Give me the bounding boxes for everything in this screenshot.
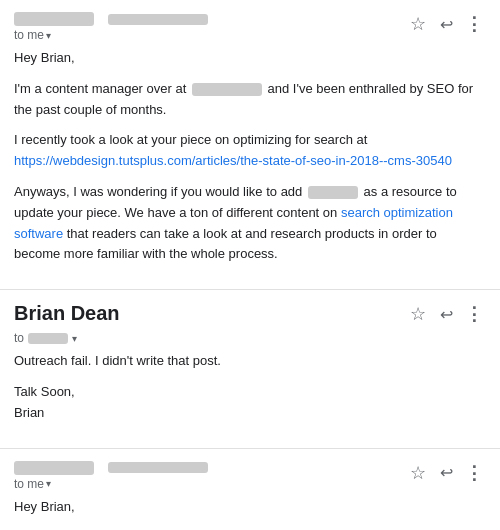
star-button-1[interactable]: ☆	[406, 12, 430, 36]
email-header-3: to me ▾ ☆ ↩ ⋮	[14, 461, 486, 491]
chevron-icon-1[interactable]: ▾	[46, 30, 51, 41]
header-actions-2: ☆ ↩ ⋮	[406, 302, 486, 326]
email-body-1: Hey Brian, I'm a content manager over at…	[14, 48, 486, 265]
star-button-3[interactable]: ☆	[406, 461, 430, 485]
sender-info-3: to me ▾	[14, 461, 208, 491]
body-signoff-2: Talk Soon, Brian	[14, 382, 486, 424]
email-body-3: Hey Brian,	[14, 497, 486, 518]
brian-dean-name: Brian Dean	[14, 302, 120, 325]
email-item-2: Brian Dean to ▾ ☆ ↩ ⋮ Outreach fail. I d…	[0, 290, 500, 448]
article-link-1[interactable]: https://webdesign.tutsplus.com/articles/…	[14, 153, 452, 168]
chevron-icon-3[interactable]: ▾	[46, 478, 51, 489]
sender-name-blurred-3	[14, 461, 94, 475]
inline-link-1[interactable]: search optimization software	[14, 205, 453, 241]
sender-info-2: Brian Dean to ▾	[14, 302, 120, 345]
email-item-3: to me ▾ ☆ ↩ ⋮ Hey Brian,	[0, 449, 500, 530]
email-item-1: to me ▾ ☆ ↩ ⋮ Hey Brian, I'm a content m…	[0, 0, 500, 290]
star-button-2[interactable]: ☆	[406, 302, 430, 326]
sender-info-1: to me ▾	[14, 12, 208, 42]
to-line-3: to me ▾	[14, 477, 208, 491]
to-line-2: to ▾	[14, 331, 120, 345]
body-preview-3: Hey Brian,	[14, 497, 486, 518]
more-button-3[interactable]: ⋮	[462, 461, 486, 485]
header-actions-1: ☆ ↩ ⋮	[406, 12, 486, 36]
email-header-2: Brian Dean to ▾ ☆ ↩ ⋮	[14, 302, 486, 345]
body-intro-1: I'm a content manager over at and I've b…	[14, 79, 486, 121]
body-main-2: Outreach fail. I didn't write that post.	[14, 351, 486, 372]
reply-button-2[interactable]: ↩	[434, 302, 458, 326]
header-actions-3: ☆ ↩ ⋮	[406, 461, 486, 485]
email-header-1: to me ▾ ☆ ↩ ⋮	[14, 12, 486, 42]
reply-button-3[interactable]: ↩	[434, 461, 458, 485]
body-ask-1: Anyways, I was wondering if you would li…	[14, 182, 486, 265]
body-link-para-1: I recently took a look at your piece on …	[14, 130, 486, 172]
redacted-company-1	[192, 83, 262, 96]
reply-button-1[interactable]: ↩	[434, 12, 458, 36]
more-button-2[interactable]: ⋮	[462, 302, 486, 326]
to-label-3: to me	[14, 477, 44, 491]
more-button-1[interactable]: ⋮	[462, 12, 486, 36]
timestamp-blurred-1	[108, 14, 208, 25]
sender-name-blurred-1	[14, 12, 94, 26]
to-label-2: to	[14, 331, 24, 345]
email-body-2: Outreach fail. I didn't write that post.…	[14, 351, 486, 423]
to-line-1: to me ▾	[14, 28, 208, 42]
timestamp-blurred-3	[108, 462, 208, 473]
redacted-resource-1	[308, 186, 358, 199]
chevron-icon-2[interactable]: ▾	[72, 333, 77, 344]
body-greeting-1: Hey Brian,	[14, 48, 486, 69]
to-label-1: to me	[14, 28, 44, 42]
to-blurred-2	[28, 333, 68, 344]
